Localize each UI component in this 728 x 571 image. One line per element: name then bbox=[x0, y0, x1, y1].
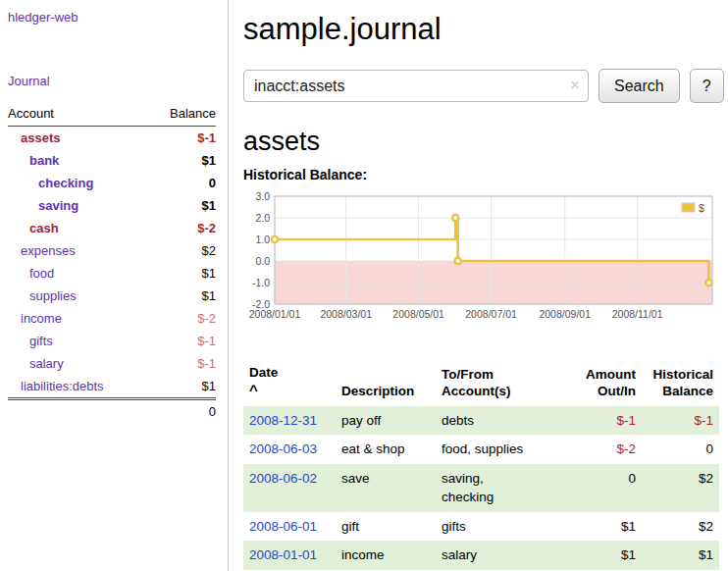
accounts-total-spacer bbox=[8, 399, 148, 424]
account-row: cash$-2 bbox=[8, 217, 216, 239]
account-row: expenses$2 bbox=[8, 239, 216, 262]
transaction-balance: $2 bbox=[642, 464, 719, 512]
x-tick-label: 2008/03/01 bbox=[320, 308, 372, 320]
page-title: sample.journal bbox=[243, 12, 724, 47]
x-tick-label: 2008/01/01 bbox=[249, 308, 301, 320]
account-link-salary[interactable]: salary bbox=[29, 356, 64, 371]
account-row: food$1 bbox=[8, 262, 216, 285]
accounts-total-value: 0 bbox=[148, 399, 216, 424]
accounts-header-account: Account bbox=[8, 104, 148, 127]
account-name-cell: liabilities:debts bbox=[8, 375, 148, 399]
account-row: checking0 bbox=[8, 172, 216, 194]
data-point-marker bbox=[452, 215, 458, 221]
account-balance: $-2 bbox=[148, 217, 216, 239]
search-box: × bbox=[243, 70, 589, 102]
transaction-date-cell: 2008-12-31 bbox=[243, 406, 336, 436]
account-balance: $-1 bbox=[148, 352, 216, 375]
transaction-description: pay off bbox=[336, 406, 436, 436]
x-tick-label: 2008/05/01 bbox=[392, 308, 444, 320]
account-link-food[interactable]: food bbox=[29, 266, 54, 281]
transaction-description: income bbox=[336, 541, 436, 570]
search-button[interactable]: Search bbox=[598, 69, 680, 103]
account-name-cell: saving bbox=[8, 194, 148, 217]
account-row: gifts$-1 bbox=[8, 330, 216, 352]
account-name-cell: supplies bbox=[8, 285, 148, 307]
transaction-balance: 0 bbox=[642, 435, 719, 464]
transaction-date-cell: 2008-01-01 bbox=[243, 541, 336, 570]
search-input[interactable] bbox=[243, 70, 589, 102]
account-balance: $1 bbox=[148, 375, 216, 399]
sort-ascending-icon: ^ bbox=[249, 382, 258, 398]
y-tick-label: 3.0 bbox=[255, 190, 270, 202]
account-link-income[interactable]: income bbox=[21, 311, 62, 326]
accounts-total-row: 0 bbox=[8, 399, 216, 424]
account-row: supplies$1 bbox=[8, 285, 216, 307]
account-link-cash[interactable]: cash bbox=[29, 221, 59, 235]
chart-legend: $ bbox=[679, 199, 709, 216]
account-link-supplies[interactable]: supplies bbox=[29, 288, 77, 303]
register-header-amount: Amount Out/In bbox=[573, 343, 642, 406]
accounts-table: Account Balance assets$-1bank$1checking0… bbox=[8, 104, 216, 423]
app-title-link[interactable]: hledger-web bbox=[8, 10, 216, 25]
account-balance: $1 bbox=[148, 194, 216, 217]
sidebar-item-journal[interactable]: Journal bbox=[8, 74, 216, 88]
transaction-accounts: gifts bbox=[436, 512, 573, 542]
transaction-amount: $-1 bbox=[573, 406, 642, 436]
transaction-date-cell: 2008-06-01 bbox=[243, 512, 336, 542]
clear-search-icon[interactable]: × bbox=[570, 77, 580, 93]
account-link-checking[interactable]: checking bbox=[38, 176, 93, 190]
transaction-amount: $1 bbox=[573, 512, 642, 542]
main-content: sample.journal × Search ? assets Histori… bbox=[229, 0, 728, 571]
sidebar: hledger-web Journal Account Balance asse… bbox=[0, 0, 229, 571]
register-header-date[interactable]: Date ^ bbox=[243, 343, 336, 406]
transaction-date-link[interactable]: 2008-12-31 bbox=[249, 413, 317, 428]
transaction-accounts: saving, checking bbox=[436, 464, 573, 512]
data-point-marker bbox=[705, 280, 711, 286]
transaction-accounts: food, supplies bbox=[436, 435, 573, 464]
register-header-date-label: Date bbox=[249, 365, 278, 380]
help-button[interactable]: ? bbox=[690, 69, 724, 103]
transaction-balance: $1 bbox=[642, 541, 719, 570]
account-name-cell: bank bbox=[8, 149, 148, 172]
account-link-expenses[interactable]: expenses bbox=[21, 243, 76, 258]
transaction-description: gift bbox=[336, 512, 436, 542]
register-header-balance: Historical Balance bbox=[642, 343, 719, 406]
transaction-date-cell: 2008-06-02 bbox=[243, 464, 336, 512]
account-link-saving[interactable]: saving bbox=[38, 198, 78, 213]
transaction-date-cell: 2008-06-03 bbox=[243, 435, 336, 464]
transaction-date-link[interactable]: 2008-01-01 bbox=[249, 547, 317, 562]
account-row: saving$1 bbox=[8, 194, 216, 217]
account-balance: $1 bbox=[148, 285, 216, 307]
transaction-date-link[interactable]: 2008-06-02 bbox=[249, 471, 317, 486]
account-name-cell: income bbox=[8, 307, 148, 330]
accounts-header-row: Account Balance bbox=[8, 104, 216, 127]
accounts-header-balance: Balance bbox=[148, 104, 216, 127]
account-balance: $1 bbox=[148, 262, 216, 285]
account-row: liabilities:debts$1 bbox=[8, 375, 216, 399]
transaction-date-link[interactable]: 2008-06-01 bbox=[249, 519, 317, 534]
account-balance: $2 bbox=[148, 239, 216, 262]
account-link-bank[interactable]: bank bbox=[29, 153, 59, 168]
transaction-accounts: salary bbox=[436, 541, 573, 570]
transaction-amount: $1 bbox=[573, 541, 642, 570]
account-link-assets[interactable]: assets bbox=[21, 130, 60, 145]
search-bar: × Search ? bbox=[243, 69, 724, 103]
register-row: 2008-06-01giftgifts$1$2 bbox=[243, 512, 719, 542]
transaction-accounts: debts bbox=[436, 406, 573, 436]
transaction-balance: $2 bbox=[642, 512, 719, 542]
account-balance: $-1 bbox=[148, 330, 216, 352]
register-header-row: Date ^ Description To/From Account(s) Am… bbox=[243, 343, 719, 406]
y-tick-label: 1.0 bbox=[255, 234, 270, 245]
account-name-cell: assets bbox=[8, 127, 148, 150]
account-row: assets$-1 bbox=[8, 127, 216, 150]
account-link-liabilities-debts[interactable]: liabilities:debts bbox=[21, 379, 104, 393]
transaction-date-link[interactable]: 2008-06-03 bbox=[249, 441, 317, 456]
hledger-web-app: hledger-web Journal Account Balance asse… bbox=[0, 0, 728, 571]
account-name-cell: salary bbox=[8, 352, 148, 375]
transaction-balance: $-1 bbox=[642, 406, 719, 436]
data-point-marker bbox=[454, 258, 460, 264]
account-balance: $-2 bbox=[148, 307, 216, 330]
account-name-cell: expenses bbox=[8, 239, 148, 262]
account-balance: 0 bbox=[148, 172, 216, 194]
account-link-gifts[interactable]: gifts bbox=[29, 334, 53, 348]
